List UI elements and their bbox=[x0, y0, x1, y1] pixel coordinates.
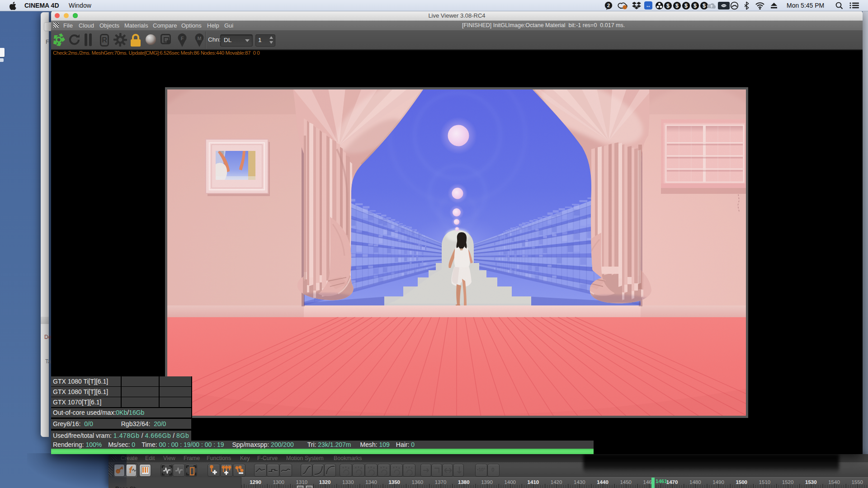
svg-text:$: $ bbox=[666, 3, 670, 9]
svg-text:M: M bbox=[197, 36, 201, 41]
svg-text:2: 2 bbox=[607, 3, 610, 8]
svg-text:1450: 1450 bbox=[620, 479, 632, 485]
svg-text:1530: 1530 bbox=[805, 479, 817, 485]
svg-text:1360: 1360 bbox=[412, 479, 424, 485]
svg-text:1320: 1320 bbox=[319, 479, 331, 485]
svg-text:$: $ bbox=[684, 3, 688, 9]
svg-text:1290: 1290 bbox=[250, 479, 261, 485]
svg-text:1480: 1480 bbox=[689, 479, 701, 485]
svg-text:F: F bbox=[181, 36, 184, 41]
svg-text:1490: 1490 bbox=[712, 479, 724, 485]
svg-text:1410: 1410 bbox=[528, 479, 539, 485]
svg-text:1300: 1300 bbox=[273, 479, 284, 485]
svg-text:1470: 1470 bbox=[666, 479, 678, 485]
svg-text:$: $ bbox=[675, 3, 679, 9]
svg-text:1540: 1540 bbox=[828, 479, 840, 485]
svg-text:1350: 1350 bbox=[388, 479, 400, 485]
svg-text:1380: 1380 bbox=[458, 479, 470, 485]
svg-text:1550: 1550 bbox=[851, 479, 863, 485]
svg-text:1400: 1400 bbox=[504, 479, 516, 485]
svg-text:1430: 1430 bbox=[574, 479, 585, 485]
svg-text:1370: 1370 bbox=[435, 479, 447, 485]
svg-text:1500: 1500 bbox=[736, 479, 747, 485]
svg-text:1520: 1520 bbox=[782, 479, 794, 485]
svg-text:1340: 1340 bbox=[365, 479, 377, 485]
svg-text:1510: 1510 bbox=[759, 479, 771, 485]
svg-text:1310: 1310 bbox=[296, 479, 308, 485]
svg-text:1440: 1440 bbox=[597, 479, 609, 485]
svg-text:$: $ bbox=[693, 3, 697, 9]
svg-text:1390: 1390 bbox=[481, 479, 493, 485]
svg-text:1330: 1330 bbox=[342, 479, 354, 485]
svg-text:1420: 1420 bbox=[551, 479, 562, 485]
svg-text:$: $ bbox=[703, 3, 706, 9]
